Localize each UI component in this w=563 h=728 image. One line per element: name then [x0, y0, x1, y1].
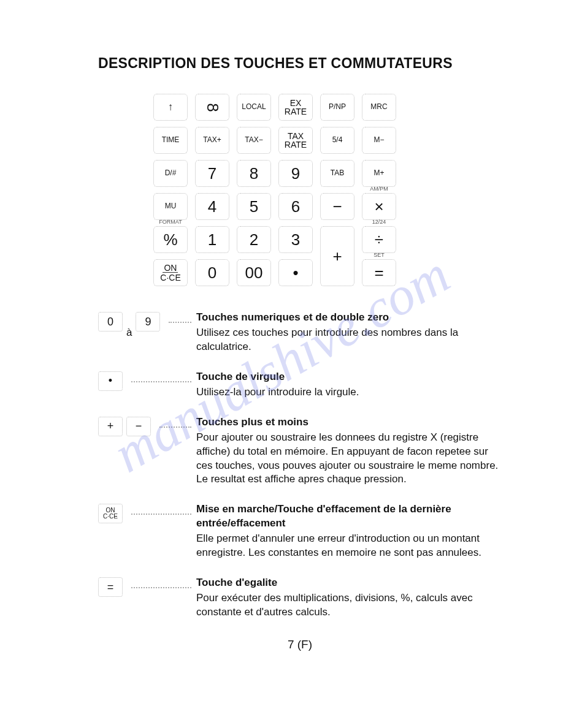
- desc-text: Utilisez ces touches pour introduire des…: [196, 326, 502, 354]
- key-divide-wrap: 12/24 ÷: [362, 226, 396, 253]
- key-9: 9: [278, 160, 313, 187]
- key-4: 4: [195, 193, 229, 220]
- range-sep: à: [126, 327, 132, 339]
- key-7: 7: [195, 160, 229, 187]
- manual-page: manualshive.com DESCRIPTION DES TOUCHES …: [0, 0, 563, 728]
- sup-format: FORMAT: [153, 219, 188, 225]
- label-top: TAX: [288, 132, 304, 140]
- key-3: 3: [278, 226, 313, 253]
- key-divide: ÷: [362, 226, 396, 253]
- desc-on-cce: ON C·CE Mise en marche/Touche d'effaceme…: [98, 502, 502, 560]
- key-feed: ↑: [153, 94, 188, 121]
- desc-title: Touche d'egalite: [196, 576, 502, 590]
- keypad-row: TIME TAX+ TAX− TAX RATE 5/4 M−: [153, 127, 502, 154]
- dotted-leader: [159, 417, 191, 428]
- key-m-minus: M−: [362, 127, 396, 154]
- desc-equals: = Touche d'egalite Pour exécuter des mul…: [98, 576, 502, 620]
- label-bot: C·CE: [160, 273, 180, 282]
- label-top: ON: [163, 264, 178, 273]
- keypad-row: MU 4 5 6 − AM/PM ×: [153, 193, 502, 220]
- key-plus: +: [320, 226, 354, 286]
- page-title: DESCRIPTION DES TOUCHES ET COMMUTATEURS: [98, 55, 502, 72]
- sup-ampm: AM/PM: [362, 186, 396, 192]
- mini-key-dot: •: [98, 371, 123, 391]
- dotted-leader: [131, 504, 191, 515]
- key-pnp: P/NP: [320, 94, 354, 121]
- key-00: 00: [237, 259, 271, 286]
- desc-text: Pour exécuter des multiplications, divis…: [196, 591, 502, 620]
- key-equals-wrap: SET =: [362, 259, 396, 286]
- key-multiply-wrap: AM/PM ×: [362, 193, 396, 220]
- desc-title: Mise en marche/Touche d'effacement de la…: [196, 502, 502, 531]
- keypad-row: D/# 7 8 9 TAB M+: [153, 160, 502, 187]
- desc-text: Elle permet d'annuler une erreur d'intro…: [196, 532, 502, 560]
- label-bot: C·CE: [103, 514, 118, 520]
- key-1: 1: [195, 226, 229, 253]
- key-percent: %: [153, 226, 188, 253]
- key-time: TIME: [153, 127, 188, 154]
- desc-text: Utilisez-la pour introduire la virgule.: [196, 385, 502, 400]
- key-d-hash: D/#: [153, 160, 188, 187]
- key-mu: MU: [153, 193, 188, 220]
- desc-plus-minus: + − Touches plus et moins Pour ajouter o…: [98, 415, 502, 487]
- keypad-diagram: ↑ 8 LOCAL EX RATE P/NP MRC TIME TAX+ TAX…: [153, 94, 502, 286]
- label-top: EX: [290, 99, 302, 107]
- dotted-leader: [131, 577, 191, 588]
- label-bot: RATE: [285, 140, 307, 149]
- key-local: LOCAL: [237, 94, 271, 121]
- label-bot: RATE: [285, 107, 307, 116]
- mini-key-on-cce: ON C·CE: [98, 504, 123, 523]
- key-tax-plus: TAX+: [195, 127, 229, 154]
- desc-decimal: • Touche de virgule Utilisez-la pour int…: [98, 370, 502, 400]
- mini-key-0: 0: [98, 312, 123, 332]
- page-number: 7 (F): [98, 638, 502, 651]
- key-tax-rate: TAX RATE: [278, 127, 313, 154]
- keypad-row: ↑ 8 LOCAL EX RATE P/NP MRC: [153, 94, 502, 121]
- desc-title: Touche de virgule: [196, 370, 502, 384]
- mini-key-minus: −: [126, 417, 151, 436]
- dotted-leader: [169, 312, 191, 323]
- key-ex-rate: EX RATE: [278, 94, 313, 121]
- key-mrc: MRC: [362, 94, 396, 121]
- desc-text: Pour ajouter ou soustraire les donnees d…: [196, 431, 502, 487]
- desc-title: Touches numeriques et de double zero: [196, 311, 502, 325]
- mini-key-plus: +: [98, 417, 123, 436]
- keypad-row: FORMAT % ON C·CE 1 0 2: [153, 226, 502, 286]
- key-5: 5: [237, 193, 271, 220]
- sup-set: SET: [362, 252, 396, 258]
- key-0: 0: [195, 259, 229, 286]
- desc-title: Touches plus et moins: [196, 415, 502, 430]
- mini-key-equals: =: [98, 577, 123, 597]
- key-equals: =: [362, 259, 396, 286]
- dotted-leader: [131, 371, 191, 382]
- key-dot: •: [278, 259, 313, 286]
- digit-8-icon: 8: [203, 103, 222, 112]
- key-multiply: ×: [362, 193, 396, 220]
- key-m-plus: M+: [362, 160, 396, 187]
- key-tax-minus: TAX−: [237, 127, 271, 154]
- mini-key-9: 9: [136, 312, 160, 332]
- key-on-cce: ON C·CE: [153, 259, 188, 286]
- desc-numeric: 0 à 9 Touches numeriques et de double ze…: [98, 311, 502, 354]
- key-8: 8: [237, 160, 271, 187]
- key-2: 2: [237, 226, 271, 253]
- key-tab: TAB: [320, 160, 354, 187]
- sup-1224: 12/24: [362, 219, 396, 225]
- key-round: 5/4: [320, 127, 354, 154]
- key-8-rotated: 8: [195, 94, 229, 121]
- key-percent-wrap: FORMAT %: [153, 226, 188, 253]
- key-minus: −: [320, 193, 354, 220]
- key-6: 6: [278, 193, 313, 220]
